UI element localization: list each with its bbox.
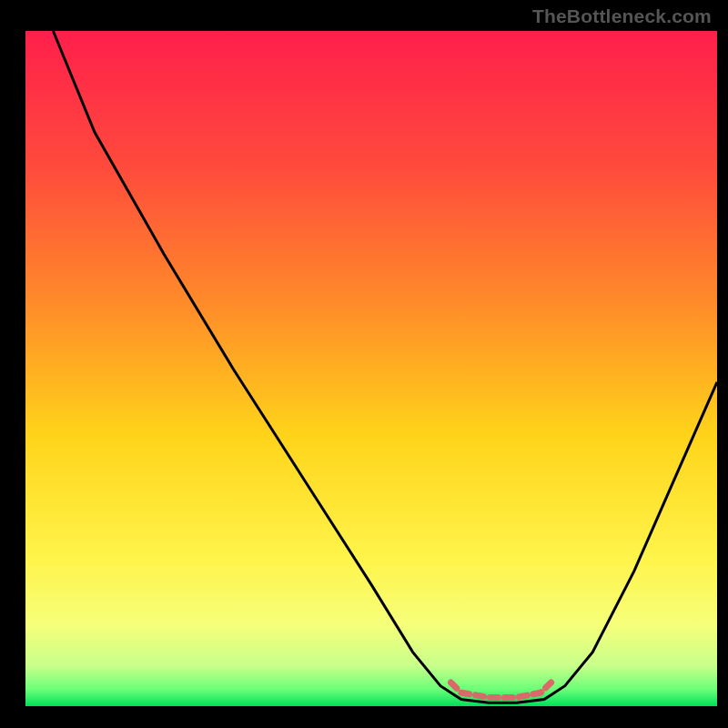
chart-canvas [0, 0, 728, 728]
bottleneck-chart: TheBottleneck.com [0, 0, 728, 728]
watermark-text: TheBottleneck.com [532, 5, 712, 27]
plot-background [25, 31, 717, 706]
